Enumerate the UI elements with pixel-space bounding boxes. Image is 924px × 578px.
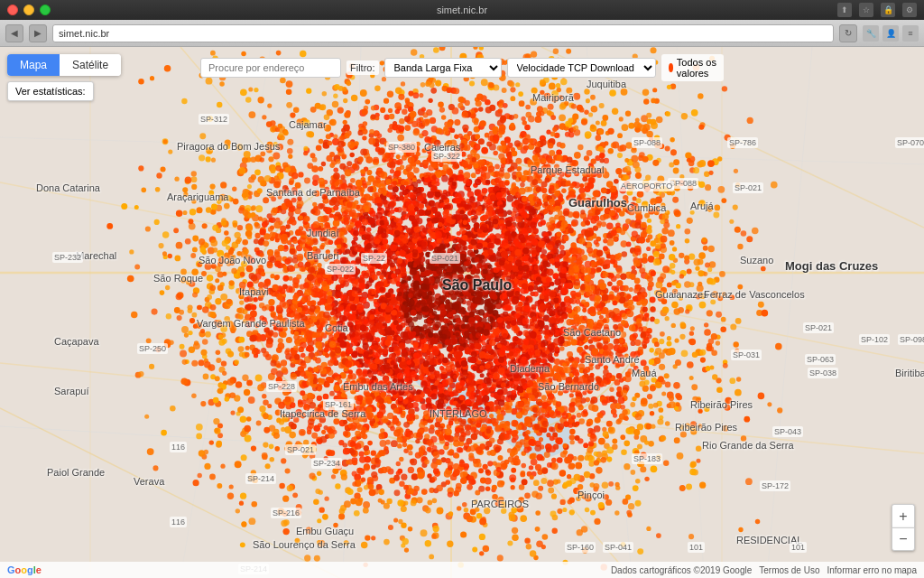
menu-icon[interactable]: ≡	[902, 25, 919, 42]
data-dots-canvas	[0, 47, 924, 578]
profile-icon[interactable]: 👤	[882, 25, 899, 42]
minimize-button[interactable]	[23, 5, 34, 15]
map-type-tabs[interactable]: Mapa Satélite	[7, 54, 121, 76]
filter-bar[interactable]: Filtro: Banda Larga Fixa Banda Larga Móv…	[200, 54, 724, 81]
url-bar[interactable]: simet.nic.br	[52, 24, 834, 42]
back-button[interactable]: ◀	[5, 24, 23, 42]
close-button[interactable]	[7, 5, 18, 15]
tab-mapa[interactable]: Mapa	[7, 54, 60, 76]
lock-icon[interactable]: 🔒	[881, 3, 895, 17]
window-title: simet.nic.br	[437, 5, 487, 15]
filter-metric-select[interactable]: Velocidade TCP Download Velocidade TCP U…	[507, 58, 656, 78]
extensions-icon[interactable]: 🔧	[863, 25, 879, 42]
legend-dot	[669, 63, 673, 72]
tab-satelite[interactable]: Satélite	[60, 54, 121, 76]
bookmark-icon[interactable]: ☆	[859, 3, 873, 17]
zoom-controls[interactable]: + −	[892, 504, 915, 551]
zoom-out-button[interactable]: −	[892, 527, 915, 551]
filter-legend: Todos os valores	[661, 54, 724, 81]
refresh-button[interactable]: ↻	[839, 24, 857, 42]
window-controls[interactable]	[7, 5, 51, 15]
url-text: simet.nic.br	[59, 28, 109, 39]
browser-icons: 🔧 👤 ≡	[863, 25, 919, 42]
share-icon[interactable]: ⬆	[837, 3, 852, 17]
titlebar: simet.nic.br ⬆ ☆ 🔒 ⚙	[0, 0, 924, 20]
address-search-input[interactable]	[200, 58, 341, 78]
zoom-in-button[interactable]: +	[892, 504, 915, 527]
filter-category-select[interactable]: Banda Larga Fixa Banda Larga Móvel	[384, 58, 502, 78]
settings-icon[interactable]: ⚙	[902, 3, 917, 17]
forward-button[interactable]: ▶	[29, 24, 47, 42]
filter-label: Filtro:	[346, 61, 379, 75]
stats-button[interactable]: Ver estatísticas:	[7, 81, 94, 101]
titlebar-right: ⬆ ☆ 🔒 ⚙	[837, 3, 917, 17]
map-controls[interactable]: Mapa Satélite Ver estatísticas:	[7, 54, 121, 101]
maximize-button[interactable]	[40, 5, 51, 15]
browser-toolbar: ◀ ▶ simet.nic.br ↻ 🔧 👤 ≡	[0, 20, 924, 47]
map-container[interactable]: São PauloGuarulhosCajamarCaieirasMairipo…	[0, 47, 924, 578]
legend-label: Todos os valores	[677, 57, 716, 79]
